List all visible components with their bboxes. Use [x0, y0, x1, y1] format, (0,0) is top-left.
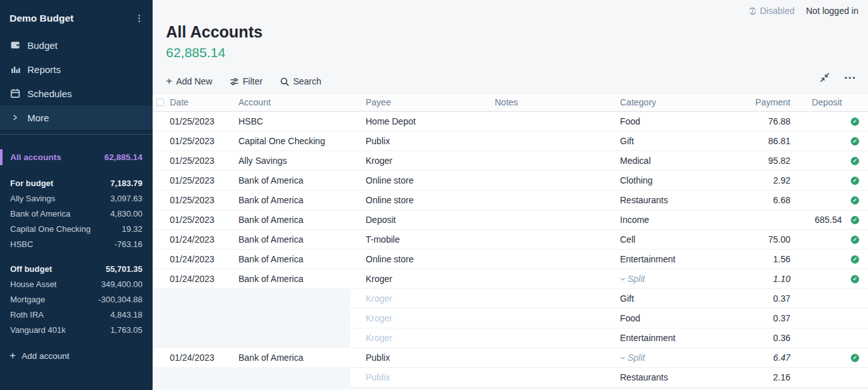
account-cell[interactable]: Bank of America — [238, 234, 366, 245]
transaction-row[interactable]: 01/24/2023 Bank of America Online store … — [153, 250, 868, 269]
transaction-row[interactable]: 01/25/2023 HSBC Home Depot Food 76.88 — [153, 112, 868, 131]
account-cell[interactable]: Capital One Checking — [238, 136, 366, 146]
payment-cell[interactable]: 6.47 — [731, 353, 790, 363]
payee-cell[interactable]: T-mobile — [366, 234, 495, 245]
category-cell[interactable]: Entertainment — [620, 333, 731, 343]
transaction-row[interactable]: 01/24/2023 Bank of America T-mobile Cell… — [153, 230, 868, 250]
budget-menu-icon[interactable] — [135, 14, 144, 23]
login-status[interactable]: Not logged in — [806, 6, 858, 16]
transaction-row[interactable]: Kroger Gift 0.37 — [153, 289, 868, 309]
transaction-row[interactable]: 01/25/2023 Ally Savings Kroger Medical 9… — [153, 151, 868, 171]
col-header-category[interactable]: Category — [620, 97, 731, 107]
payment-cell[interactable]: 1.10 — [731, 274, 790, 284]
payee-cell[interactable]: Online store — [366, 175, 495, 185]
category-cell[interactable]: Split — [620, 274, 731, 285]
collapse-icon[interactable] — [820, 72, 830, 83]
sidebar-account-item[interactable]: Ally Savings 3,097.63 — [0, 191, 153, 206]
payee-cell[interactable]: Kroger — [366, 293, 495, 304]
account-cell[interactable]: Bank of America — [238, 175, 366, 185]
col-header-notes[interactable]: Notes — [495, 97, 620, 107]
nav-item-schedules[interactable]: Schedules — [0, 81, 153, 105]
cleared-check-icon[interactable] — [851, 118, 859, 126]
payee-cell[interactable]: Kroger — [366, 333, 495, 343]
cleared-check-icon[interactable] — [851, 196, 859, 205]
date-cell[interactable]: 01/24/2023 — [170, 353, 238, 363]
category-cell[interactable]: Medical — [620, 156, 731, 166]
payee-cell[interactable]: Kroger — [366, 274, 495, 284]
payment-cell[interactable]: 1.56 — [731, 254, 790, 264]
payment-cell[interactable]: 0.36 — [731, 333, 790, 343]
transaction-row[interactable]: 01/24/2023 Bank of America Publix Split … — [153, 348, 868, 368]
cleared-check-icon[interactable] — [851, 157, 859, 165]
deposit-cell[interactable]: 685.54 — [790, 215, 842, 225]
transaction-row[interactable]: 01/24/2023 Bank of America Kroger Split … — [153, 269, 868, 289]
payment-cell[interactable]: 95.82 — [731, 156, 790, 166]
sidebar-account-item[interactable]: Roth IRA 4,843.18 — [0, 307, 153, 322]
transaction-row[interactable]: 01/25/2023 Bank of America Online store … — [153, 171, 868, 191]
account-group-header[interactable]: Off budget 55,701.35 — [0, 261, 153, 276]
col-header-account[interactable]: Account — [238, 97, 366, 107]
payee-cell[interactable]: Online store — [366, 195, 495, 205]
category-cell[interactable]: Restaurants — [620, 195, 731, 205]
category-cell[interactable]: Gift — [620, 293, 731, 304]
transaction-row[interactable]: 01/25/2023 Bank of America Online store … — [153, 191, 868, 210]
category-cell[interactable]: Food — [620, 313, 731, 323]
payee-cell[interactable]: Publix — [366, 136, 495, 146]
category-cell[interactable]: Clothing — [620, 175, 731, 185]
date-cell[interactable]: 01/24/2023 — [170, 254, 238, 264]
payment-cell[interactable]: 2.92 — [731, 175, 790, 185]
col-header-date[interactable]: Date — [170, 97, 238, 107]
sidebar-account-item[interactable]: HSBC -763.16 — [0, 236, 153, 252]
payee-cell[interactable]: Publix — [366, 353, 495, 363]
nav-item-budget[interactable]: Budget — [0, 33, 153, 57]
more-options-icon[interactable] — [844, 76, 855, 79]
sidebar-all-accounts[interactable]: All accounts 62,885.14 — [0, 149, 153, 166]
payment-cell[interactable]: 75.00 — [731, 234, 790, 245]
search-button[interactable]: Search — [280, 76, 321, 86]
category-cell[interactable]: Cell — [620, 234, 731, 245]
category-cell[interactable]: Food — [620, 116, 731, 126]
account-cell[interactable]: Bank of America — [238, 254, 366, 264]
cleared-check-icon[interactable] — [851, 236, 859, 244]
nav-item-more[interactable]: More — [0, 105, 153, 130]
account-group-header[interactable]: For budget 7,183.79 — [0, 175, 153, 191]
col-header-deposit[interactable]: Deposit — [790, 97, 842, 107]
payee-cell[interactable]: Online store — [366, 254, 495, 264]
add-new-button[interactable]: + Add New — [166, 76, 212, 87]
cleared-check-icon[interactable] — [851, 137, 859, 145]
transaction-row[interactable]: Kroger Entertainment 0.36 — [153, 328, 868, 348]
account-cell[interactable]: Bank of America — [238, 215, 366, 225]
cleared-check-icon[interactable] — [851, 216, 859, 224]
add-account-button[interactable]: + Add account — [0, 347, 153, 364]
payment-cell[interactable]: 0.37 — [731, 293, 790, 304]
payment-cell[interactable]: 6.68 — [731, 195, 790, 205]
payee-cell[interactable]: Publix — [366, 372, 495, 382]
date-cell[interactable]: 01/25/2023 — [170, 175, 238, 185]
account-cell[interactable]: HSBC — [238, 116, 366, 126]
date-cell[interactable]: 01/25/2023 — [170, 156, 238, 166]
account-cell[interactable]: Ally Savings — [238, 156, 366, 166]
payment-cell[interactable]: 86.81 — [731, 136, 790, 146]
transaction-row[interactable]: 01/25/2023 Capital One Checking Publix G… — [153, 131, 868, 151]
category-cell[interactable]: Income — [620, 215, 731, 225]
payee-cell[interactable]: Home Depot — [366, 116, 495, 126]
split-category-toggle[interactable]: Split — [620, 274, 645, 284]
sidebar-account-item[interactable]: Bank of America 4,830.00 — [0, 206, 153, 221]
date-cell[interactable]: 01/25/2023 — [170, 116, 238, 126]
nav-item-reports[interactable]: Reports — [0, 57, 153, 81]
date-cell[interactable]: 01/24/2023 — [170, 234, 238, 245]
sidebar-account-item[interactable]: Vanguard 401k 1,763.05 — [0, 322, 153, 337]
category-cell[interactable]: Entertainment — [620, 254, 731, 264]
date-cell[interactable]: 01/25/2023 — [170, 215, 238, 225]
payment-cell[interactable]: 0.37 — [731, 313, 790, 323]
payment-cell[interactable]: 76.88 — [731, 116, 790, 126]
sidebar-account-item[interactable]: Mortgage -300,304.88 — [0, 292, 153, 307]
filter-button[interactable]: Filter — [230, 76, 263, 86]
transaction-row[interactable]: Kroger Food 0.37 — [153, 309, 868, 328]
col-header-payment[interactable]: Payment — [731, 97, 790, 107]
category-cell[interactable]: Gift — [620, 136, 731, 146]
date-cell[interactable]: 01/24/2023 — [170, 274, 238, 284]
date-cell[interactable]: 01/25/2023 — [170, 195, 238, 205]
cleared-check-icon[interactable] — [851, 177, 859, 185]
cleared-check-icon[interactable] — [851, 275, 859, 283]
